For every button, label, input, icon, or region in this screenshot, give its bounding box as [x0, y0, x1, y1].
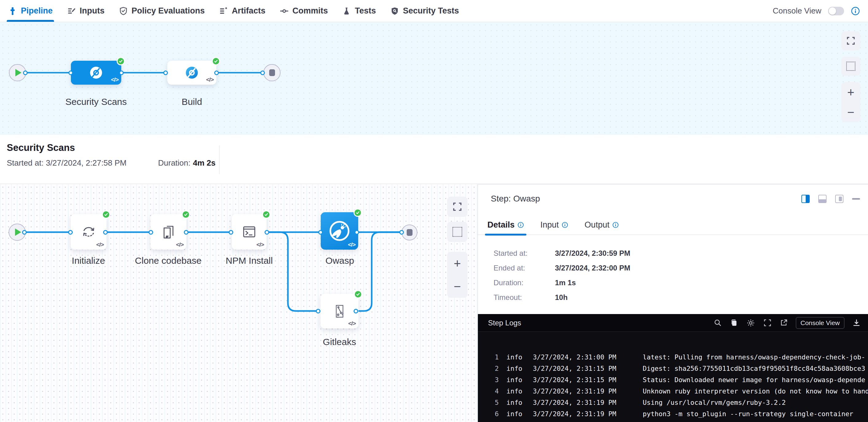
connector-port[interactable]	[22, 230, 27, 235]
connector-port[interactable]	[163, 70, 168, 75]
step-label[interactable]: Owasp	[326, 256, 354, 266]
connector-port[interactable]	[149, 230, 153, 235]
connector-port[interactable]	[265, 230, 269, 235]
info-icon[interactable]	[851, 6, 860, 15]
tab-label: Output	[585, 220, 610, 230]
zoom-in-icon[interactable]: +	[454, 257, 461, 269]
step-details-panel: Step: Owasp Details Input	[478, 184, 868, 422]
connector-port[interactable]	[184, 230, 188, 235]
step-node-initialize[interactable]: </>	[71, 214, 106, 250]
connector-port[interactable]	[353, 309, 358, 314]
tab-artifacts[interactable]: Artifacts	[219, 0, 266, 22]
tab-label: Pipeline	[21, 6, 53, 15]
tab-inputs[interactable]: Inputs	[67, 0, 105, 22]
detail-label: Ended at:	[494, 264, 555, 272]
stage-info-bar: Security Scans Started at: 3/27/2024, 2:…	[0, 135, 868, 184]
log-message: python3 -m sto_plugin --run-strategy sin…	[643, 410, 868, 418]
connector-port[interactable]	[399, 230, 404, 235]
connector-port[interactable]	[316, 309, 320, 314]
step-graph-canvas[interactable]: </> Initialize </> Clone codebase </>	[0, 184, 478, 422]
connector-port[interactable]	[318, 230, 323, 235]
log-line-number: 4	[478, 387, 499, 395]
success-badge	[212, 57, 220, 65]
connector-port[interactable]	[119, 70, 124, 75]
code-template-icon: </>	[111, 76, 119, 83]
marquee-select-icon	[453, 227, 462, 237]
console-view-toggle[interactable]	[828, 7, 844, 15]
console-view-log-button[interactable]: Console View	[796, 317, 844, 329]
layout-split-right-icon[interactable]	[801, 195, 810, 203]
tab-commits[interactable]: Commits	[280, 0, 328, 22]
connector-port[interactable]	[229, 230, 233, 235]
step-logs-body[interactable]: 1info3/27/2024, 2:31:00 PMlatest: Pullin…	[478, 332, 868, 420]
connector-port[interactable]	[103, 230, 108, 235]
tab-tests[interactable]: Tests	[342, 0, 376, 22]
fullscreen-button[interactable]	[841, 31, 860, 50]
step-label[interactable]: Clone codebase	[135, 256, 202, 266]
stage-graph-edges	[0, 22, 868, 135]
connector-port[interactable]	[68, 70, 73, 75]
code-template-icon: </>	[96, 241, 104, 248]
step-node-gitleaks[interactable]: </>	[320, 294, 359, 328]
code-template-icon: </>	[257, 241, 264, 248]
connector-port[interactable]	[214, 70, 219, 75]
tab-security-tests[interactable]: Security Tests	[390, 0, 459, 22]
download-icon[interactable]	[852, 319, 861, 327]
tab-policy-evaluations[interactable]: Policy Evaluations	[119, 0, 205, 22]
connector-port[interactable]	[354, 230, 359, 235]
tab-label: Policy Evaluations	[132, 6, 205, 15]
connector-port[interactable]	[23, 70, 28, 75]
connector-port[interactable]	[68, 230, 73, 235]
success-badge	[353, 208, 362, 217]
log-level: info	[506, 376, 522, 384]
connector-port[interactable]	[260, 70, 265, 75]
zoom-out-icon[interactable]: −	[847, 106, 854, 118]
panel-header: Step: Owasp	[478, 185, 868, 204]
inputs-icon	[67, 6, 76, 15]
fullscreen-button[interactable]	[447, 197, 467, 217]
stage-duration: Duration:4m 2s	[158, 158, 215, 168]
fullscreen-icon[interactable]	[763, 319, 772, 327]
step-label[interactable]: Gitleaks	[323, 337, 356, 347]
minimize-panel-button[interactable]	[852, 198, 860, 200]
info-icon	[518, 222, 524, 228]
tab-output[interactable]: Output	[584, 220, 620, 235]
stage-label[interactable]: Security Scans	[65, 97, 127, 107]
step-node-owasp[interactable]: </>	[321, 212, 358, 250]
commits-icon	[280, 6, 289, 15]
layout-floating-icon[interactable]	[835, 195, 843, 203]
step-label[interactable]: Initialize	[72, 256, 105, 266]
harness-execution-page: Pipeline Inputs Policy Evaluations Artif…	[0, 0, 868, 422]
tab-details[interactable]: Details	[486, 220, 525, 235]
settings-gear-icon[interactable]	[746, 318, 755, 328]
detail-row: Ended at: 3/27/2024, 2:32:00 PM	[494, 264, 868, 272]
log-line: 1info3/27/2024, 2:31:00 PMlatest: Pullin…	[478, 352, 868, 363]
step-label[interactable]: NPM Install	[226, 256, 273, 266]
stage-graph-canvas[interactable]: </> Security Scans </> Build + −	[0, 22, 868, 135]
tab-input[interactable]: Input	[539, 220, 569, 235]
tab-pipeline[interactable]: Pipeline	[8, 0, 53, 22]
detail-value: 1m 1s	[555, 279, 576, 287]
step-node-npm-install[interactable]: </>	[232, 214, 267, 250]
log-level: info	[506, 365, 522, 372]
stage-end-node[interactable]	[264, 64, 281, 81]
success-badge	[354, 290, 362, 298]
log-message: latest: Pulling from harness/owasp-depen…	[643, 353, 868, 361]
open-in-new-icon[interactable]	[780, 319, 788, 327]
marquee-select-button[interactable]	[447, 222, 467, 242]
marquee-select-icon	[846, 62, 856, 71]
stage-node-build[interactable]: </>	[167, 61, 216, 85]
stage-node-security-scans[interactable]: </>	[71, 61, 121, 85]
layout-split-bottom-icon[interactable]	[818, 195, 827, 203]
zoom-in-icon[interactable]: +	[847, 86, 854, 98]
code-template-icon: </>	[206, 76, 214, 83]
tests-flask-icon	[342, 6, 351, 15]
log-timestamp: 3/27/2024, 2:31:19 PM	[533, 387, 616, 395]
search-icon[interactable]	[714, 319, 722, 327]
play-icon	[15, 228, 21, 236]
step-node-clone-codebase[interactable]: </>	[150, 214, 186, 250]
stage-label[interactable]: Build	[182, 97, 202, 107]
zoom-out-icon[interactable]: −	[454, 280, 461, 293]
marquee-select-button[interactable]	[841, 57, 860, 76]
copy-icon[interactable]	[730, 319, 738, 327]
